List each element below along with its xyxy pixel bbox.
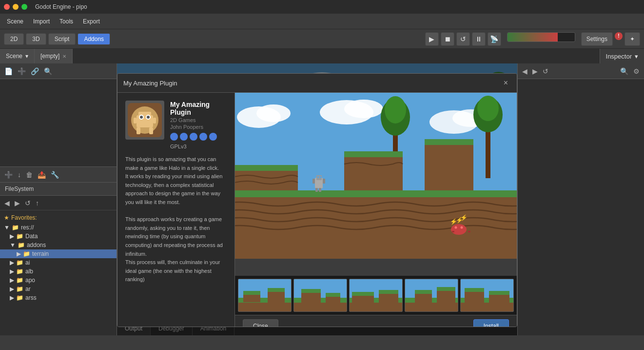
svg-rect-113: [352, 292, 374, 296]
export-button[interactable]: 📤: [36, 169, 47, 180]
delete-button[interactable]: 🗑: [24, 169, 34, 180]
svg-rect-102: [268, 292, 285, 303]
inspector-search-button[interactable]: 🔍: [619, 66, 630, 77]
svg-point-63: [344, 100, 383, 118]
menu-bar: Scene Import Tools Export: [0, 14, 644, 29]
svg-point-90: [461, 226, 463, 229]
svg-rect-91: [452, 231, 454, 232]
fs-item-alb[interactable]: ▶ 📁 alb: [0, 267, 117, 276]
screenshot-thumb-4[interactable]: [405, 279, 458, 312]
close-tab-icon[interactable]: ✕: [62, 54, 66, 59]
svg-rect-99: [243, 291, 260, 295]
svg-rect-108: [326, 293, 340, 297]
screenshot-thumb-1[interactable]: [238, 279, 292, 312]
svg-rect-115: [379, 290, 398, 294]
fs-item-data[interactable]: ▶ 📁 Data: [0, 232, 117, 241]
mode-3d-button[interactable]: 3D: [26, 33, 46, 45]
extra-settings-button[interactable]: ✦: [624, 32, 640, 46]
svg-rect-72: [235, 190, 517, 197]
menu-export[interactable]: Export: [78, 16, 105, 27]
fs-nav-next[interactable]: ▶: [13, 198, 21, 208]
fs-nav-up[interactable]: ↑: [34, 198, 40, 208]
fs-toolbar: ◀ ▶ ↺ ↑: [0, 196, 117, 210]
folder-icon: 📁: [12, 224, 19, 231]
performance-fill: [507, 33, 558, 41]
plugin-license: GPLv3: [170, 144, 227, 149]
fs-item-arss[interactable]: ▶ 📁 arss: [0, 293, 117, 302]
fs-item-apo[interactable]: ▶ 📁 apo: [0, 276, 117, 285]
plugin-modal: My Amazing Plugin ×: [117, 73, 517, 327]
svg-point-68: [385, 96, 406, 124]
folder-icon: 📁: [16, 294, 23, 301]
fs-item-ar[interactable]: ▶ 📁 ar: [0, 285, 117, 293]
maximize-button[interactable]: [21, 4, 27, 10]
plugin-name: My Amazing Plugin: [170, 101, 227, 116]
screenshot-thumb-2[interactable]: [293, 279, 347, 312]
debug-button[interactable]: 📡: [488, 32, 501, 46]
svg-text:⚡: ⚡: [460, 214, 468, 221]
settings-area: Settings ! ✦: [581, 32, 640, 46]
menu-tools[interactable]: Tools: [55, 16, 78, 27]
restart-button[interactable]: ↺: [456, 32, 470, 46]
window-title: Godot Engine - pipo: [35, 3, 87, 10]
pause-button[interactable]: ⏸: [472, 32, 486, 46]
svg-rect-78: [425, 139, 473, 145]
inspector-next-button[interactable]: ▶: [531, 66, 539, 77]
modal-screenshots: ⚡ ⚡ ⚡: [235, 93, 517, 327]
inspector-tab[interactable]: Inspector ▾: [600, 49, 644, 63]
new-scene-button[interactable]: 📄: [3, 66, 14, 77]
folder-collapsed-icon: ▶: [10, 286, 14, 292]
modal-close-button[interactable]: ×: [501, 78, 511, 88]
svg-rect-86: [315, 188, 318, 192]
fs-refresh[interactable]: ↺: [23, 198, 32, 208]
svg-rect-87: [319, 188, 321, 192]
mode-script-button[interactable]: Script: [48, 33, 76, 45]
modal-body: My Amazing Plugin 2D Games John Poopers: [117, 93, 517, 327]
window-controls[interactable]: [4, 4, 27, 10]
fs-item-addons[interactable]: ▼ 📁 addons: [0, 241, 117, 249]
screenshot-thumb-3[interactable]: [349, 279, 403, 312]
settings-button[interactable]: Settings: [581, 32, 613, 46]
star-3: [190, 133, 197, 141]
scene-dropdown[interactable]: Scene ▾: [0, 49, 35, 63]
main-layout: 📄 ➕ 🔗 🔍 ➕ ↓ 🗑 📤 🔧 FileSystem ◀ ▶ ↺ ↑: [0, 63, 644, 335]
empty-tab[interactable]: [empty] ✕: [35, 49, 73, 63]
menu-import[interactable]: Import: [28, 16, 55, 27]
star-1: [170, 133, 178, 141]
mode-2d-button[interactable]: 2D: [4, 33, 24, 45]
settings-small-button[interactable]: 🔧: [49, 169, 60, 180]
screenshot-main: ⚡ ⚡ ⚡: [235, 93, 517, 276]
filesystem-tree: ★ Favorites: ▼ 📁 res:// ▶ 📁 Data ▼ 📁 add…: [0, 210, 117, 335]
add-node-button[interactable]: ➕: [16, 66, 27, 77]
svg-rect-58: [153, 118, 156, 124]
modal-titlebar: My Amazing Plugin ×: [117, 74, 517, 93]
fs-nav-prev[interactable]: ◀: [3, 198, 11, 208]
inspector-content: [518, 79, 644, 87]
move-down-button[interactable]: ↓: [16, 169, 22, 180]
svg-rect-126: [461, 303, 514, 312]
inspector-prev-button[interactable]: ◀: [521, 66, 529, 77]
svg-rect-83: [320, 176, 321, 178]
stop-button[interactable]: ⏹: [441, 32, 454, 46]
mode-addons-button[interactable]: Addons: [78, 33, 110, 45]
link-button[interactable]: 🔗: [29, 66, 40, 77]
menu-scene[interactable]: Scene: [2, 16, 28, 27]
close-button[interactable]: Close: [243, 319, 278, 327]
close-button[interactable]: [4, 4, 10, 10]
move-up-button[interactable]: ➕: [3, 169, 14, 180]
thumb-svg-4: [405, 279, 458, 312]
svg-rect-112: [350, 303, 403, 312]
filter-button[interactable]: 🔍: [42, 66, 54, 77]
inspector-history-button[interactable]: ↺: [541, 66, 550, 77]
minimize-button[interactable]: [13, 4, 19, 10]
inspector-settings-button[interactable]: ⚙: [632, 66, 641, 77]
screenshot-thumb-5[interactable]: [460, 279, 514, 312]
install-button[interactable]: Install: [473, 319, 509, 327]
play-button[interactable]: ▶: [425, 32, 439, 46]
svg-point-61: [256, 104, 291, 122]
fs-item-terrain[interactable]: ▶ 📁 terrain: [0, 249, 117, 258]
inspector-toolbar: ◀ ▶ ↺ 🔍 ⚙: [518, 63, 644, 79]
fs-item-ai[interactable]: ▶ 📁 ai: [0, 258, 117, 267]
fs-item-res[interactable]: ▼ 📁 res://: [0, 223, 117, 232]
folder-collapsed-icon: ▶: [17, 250, 21, 257]
